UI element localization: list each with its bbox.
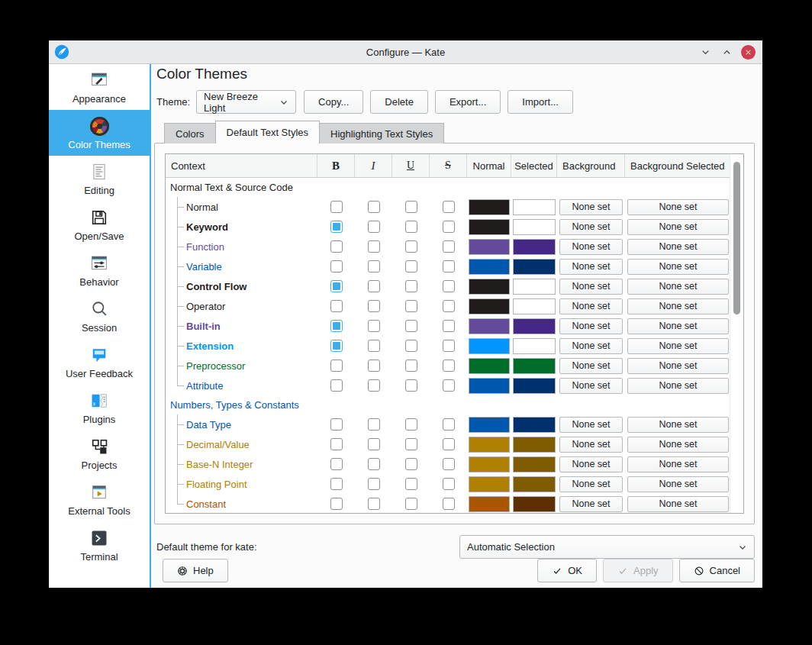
vertical-scrollbar[interactable] (730, 154, 743, 513)
italic-checkbox[interactable] (368, 300, 380, 312)
background-color-button[interactable]: None set (559, 456, 623, 472)
normal-color-swatch[interactable] (469, 417, 510, 433)
strikethrough-checkbox[interactable] (443, 280, 455, 292)
background-color-button[interactable]: None set (559, 259, 623, 275)
italic-checkbox[interactable] (368, 280, 380, 292)
strikethrough-checkbox[interactable] (443, 260, 455, 273)
normal-color-swatch[interactable] (469, 378, 510, 394)
strikethrough-checkbox[interactable] (443, 240, 455, 253)
sidebar-item-plugins[interactable]: Plugins (49, 385, 150, 431)
selected-color-swatch[interactable] (513, 358, 556, 374)
normal-color-swatch[interactable] (469, 496, 510, 512)
selected-color-swatch[interactable] (513, 318, 556, 334)
selected-color-swatch[interactable] (513, 476, 556, 492)
italic-checkbox[interactable] (368, 418, 380, 431)
import-theme-button[interactable]: Import... (508, 90, 573, 114)
bold-checkbox[interactable] (330, 438, 343, 450)
bold-checkbox[interactable] (330, 478, 343, 490)
sidebar-item-editing[interactable]: Editing (49, 156, 150, 202)
sidebar-item-terminal[interactable]: Terminal (49, 522, 150, 568)
normal-color-swatch[interactable] (469, 298, 510, 314)
apply-button[interactable]: Apply (603, 559, 673, 582)
selected-color-swatch[interactable] (513, 279, 556, 295)
sidebar-item-user-feedback[interactable]: User Feedback (49, 339, 150, 385)
background-selected-color-button[interactable]: None set (627, 318, 729, 334)
underline-checkbox[interactable] (405, 340, 417, 352)
underline-checkbox[interactable] (405, 280, 417, 292)
default-theme-select[interactable]: Automatic Selection (459, 535, 755, 559)
bold-checkbox[interactable] (330, 260, 343, 273)
background-color-button[interactable]: None set (559, 437, 623, 453)
underline-checkbox[interactable] (405, 201, 417, 213)
tab-default-text-styles[interactable]: Default Text Styles (215, 121, 320, 144)
background-selected-color-button[interactable]: None set (627, 456, 729, 472)
strikethrough-checkbox[interactable] (443, 340, 455, 352)
italic-checkbox[interactable] (368, 320, 380, 332)
strikethrough-checkbox[interactable] (443, 418, 455, 431)
background-color-button[interactable]: None set (559, 358, 623, 374)
normal-color-swatch[interactable] (469, 476, 510, 492)
style-row[interactable]: ExtensionNone setNone set (166, 336, 731, 356)
background-color-button[interactable]: None set (559, 219, 623, 235)
ok-button[interactable]: OK (537, 559, 597, 582)
selected-color-swatch[interactable] (513, 298, 556, 314)
tab-highlighting-text-styles[interactable]: Highlighting Text Styles (319, 123, 444, 144)
background-color-button[interactable]: None set (559, 338, 623, 354)
selected-color-swatch[interactable] (513, 437, 556, 453)
underline-checkbox[interactable] (405, 260, 417, 273)
background-selected-color-button[interactable]: None set (627, 417, 729, 433)
underline-checkbox[interactable] (405, 458, 417, 470)
strikethrough-checkbox[interactable] (443, 438, 455, 450)
background-color-button[interactable]: None set (559, 417, 623, 433)
strikethrough-checkbox[interactable] (443, 360, 455, 372)
tab-colors[interactable]: Colors (164, 123, 216, 144)
style-row[interactable]: FunctionNone setNone set (166, 237, 731, 256)
sidebar-item-session[interactable]: Session (49, 293, 150, 339)
background-color-button[interactable]: None set (559, 298, 623, 314)
style-row[interactable]: Floating PointNone setNone set (166, 474, 731, 494)
strikethrough-checkbox[interactable] (443, 320, 455, 332)
selected-color-swatch[interactable] (513, 338, 556, 354)
sidebar-item-projects[interactable]: Projects (49, 431, 150, 476)
underline-checkbox[interactable] (405, 478, 417, 490)
background-selected-color-button[interactable]: None set (627, 338, 729, 354)
strikethrough-checkbox[interactable] (443, 300, 455, 312)
bold-checkbox[interactable] (330, 498, 343, 510)
bold-checkbox[interactable] (330, 360, 343, 372)
sidebar-item-open-save[interactable]: Open/Save (49, 202, 150, 247)
background-selected-color-button[interactable]: None set (627, 496, 729, 512)
italic-checkbox[interactable] (368, 498, 380, 510)
style-row[interactable]: Control FlowNone setNone set (166, 276, 731, 296)
style-row[interactable]: Base-N IntegerNone setNone set (166, 454, 731, 474)
sidebar-item-external-tools[interactable]: External Tools (49, 476, 150, 522)
underline-checkbox[interactable] (405, 418, 417, 431)
style-row[interactable]: KeywordNone setNone set (166, 217, 731, 237)
strikethrough-checkbox[interactable] (443, 458, 455, 470)
strikethrough-checkbox[interactable] (443, 221, 455, 233)
bold-checkbox[interactable] (330, 201, 343, 213)
background-color-button[interactable]: None set (559, 199, 623, 215)
strikethrough-checkbox[interactable] (443, 201, 455, 213)
underline-checkbox[interactable] (405, 240, 417, 253)
bold-checkbox[interactable] (330, 221, 343, 233)
style-row[interactable]: NormalNone setNone set (166, 197, 731, 217)
normal-color-swatch[interactable] (469, 279, 510, 295)
bold-checkbox[interactable] (330, 418, 343, 431)
style-row[interactable]: Built-inNone setNone set (166, 316, 731, 336)
italic-checkbox[interactable] (368, 201, 380, 213)
background-selected-color-button[interactable]: None set (627, 476, 729, 492)
style-row[interactable]: Data TypeNone setNone set (166, 414, 731, 434)
sidebar-item-color-themes[interactable]: Color Themes (49, 110, 150, 156)
normal-color-swatch[interactable] (469, 239, 510, 255)
italic-checkbox[interactable] (368, 438, 380, 450)
normal-color-swatch[interactable] (469, 338, 510, 354)
strikethrough-checkbox[interactable] (443, 498, 455, 510)
selected-color-swatch[interactable] (513, 219, 556, 235)
italic-checkbox[interactable] (368, 458, 380, 470)
background-selected-color-button[interactable]: None set (627, 298, 729, 314)
maximize-button[interactable] (720, 45, 733, 59)
background-color-button[interactable]: None set (559, 378, 623, 394)
underline-checkbox[interactable] (405, 438, 417, 450)
underline-checkbox[interactable] (405, 320, 417, 332)
normal-color-swatch[interactable] (469, 199, 510, 215)
